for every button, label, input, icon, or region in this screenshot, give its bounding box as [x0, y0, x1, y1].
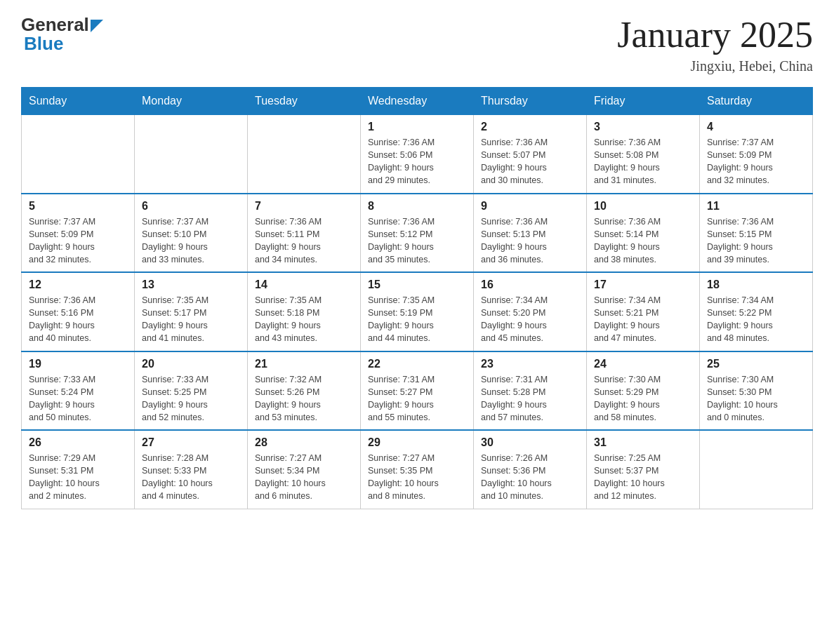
logo: General Blue [21, 14, 103, 55]
day-number: 22 [368, 358, 466, 370]
calendar-header: Sunday Monday Tuesday Wednesday Thursday… [22, 88, 813, 115]
day-info: Sunrise: 7:29 AM Sunset: 5:31 PM Dayligh… [29, 452, 127, 503]
calendar-cell: 11Sunrise: 7:36 AM Sunset: 5:15 PM Dayli… [700, 194, 813, 273]
calendar-cell: 20Sunrise: 7:33 AM Sunset: 5:25 PM Dayli… [135, 351, 248, 431]
calendar-week-3: 12Sunrise: 7:36 AM Sunset: 5:16 PM Dayli… [22, 272, 813, 351]
day-number: 3 [594, 121, 692, 133]
calendar-cell: 23Sunrise: 7:31 AM Sunset: 5:28 PM Dayli… [474, 351, 587, 431]
day-number: 30 [481, 436, 579, 449]
day-number: 28 [255, 436, 353, 449]
day-info: Sunrise: 7:36 AM Sunset: 5:06 PM Dayligh… [368, 136, 466, 187]
title-block: January 2025 Jingxiu, Hebei, China [617, 14, 813, 74]
calendar-cell: 1Sunrise: 7:36 AM Sunset: 5:06 PM Daylig… [361, 115, 474, 194]
calendar-week-4: 19Sunrise: 7:33 AM Sunset: 5:24 PM Dayli… [22, 351, 813, 431]
calendar-cell: 12Sunrise: 7:36 AM Sunset: 5:16 PM Dayli… [22, 272, 135, 351]
calendar-cell: 14Sunrise: 7:35 AM Sunset: 5:18 PM Dayli… [248, 272, 361, 351]
day-number: 12 [29, 279, 127, 291]
day-info: Sunrise: 7:34 AM Sunset: 5:22 PM Dayligh… [707, 294, 805, 345]
header-wednesday: Wednesday [361, 88, 474, 115]
day-info: Sunrise: 7:27 AM Sunset: 5:35 PM Dayligh… [368, 452, 466, 503]
calendar-cell: 4Sunrise: 7:37 AM Sunset: 5:09 PM Daylig… [700, 115, 813, 194]
day-number: 29 [368, 436, 466, 449]
calendar-cell: 27Sunrise: 7:28 AM Sunset: 5:33 PM Dayli… [135, 430, 248, 509]
logo-arrow-icon [91, 20, 103, 32]
day-number: 10 [594, 200, 692, 213]
calendar-cell: 29Sunrise: 7:27 AM Sunset: 5:35 PM Dayli… [361, 430, 474, 509]
day-info: Sunrise: 7:30 AM Sunset: 5:29 PM Dayligh… [594, 373, 692, 424]
header-thursday: Thursday [474, 88, 587, 115]
calendar-body: 1Sunrise: 7:36 AM Sunset: 5:06 PM Daylig… [22, 115, 813, 509]
calendar-cell: 17Sunrise: 7:34 AM Sunset: 5:21 PM Dayli… [587, 272, 700, 351]
day-info: Sunrise: 7:31 AM Sunset: 5:28 PM Dayligh… [481, 373, 579, 424]
calendar-cell: 19Sunrise: 7:33 AM Sunset: 5:24 PM Dayli… [22, 351, 135, 431]
day-number: 15 [368, 279, 466, 291]
calendar-cell: 8Sunrise: 7:36 AM Sunset: 5:12 PM Daylig… [361, 194, 474, 273]
day-number: 9 [481, 200, 579, 213]
calendar-cell: 5Sunrise: 7:37 AM Sunset: 5:09 PM Daylig… [22, 194, 135, 273]
day-number: 8 [368, 200, 466, 213]
day-info: Sunrise: 7:37 AM Sunset: 5:09 PM Dayligh… [29, 215, 127, 267]
calendar-subtitle: Jingxiu, Hebei, China [617, 58, 813, 74]
day-number: 21 [255, 358, 353, 370]
calendar-cell: 10Sunrise: 7:36 AM Sunset: 5:14 PM Dayli… [587, 194, 700, 273]
day-number: 16 [481, 279, 579, 291]
header-friday: Friday [587, 88, 700, 115]
page-header: General Blue January 2025 Jingxiu, Hebei… [21, 14, 813, 74]
calendar-cell [700, 430, 813, 509]
svg-marker-0 [91, 20, 103, 32]
day-number: 14 [255, 279, 353, 291]
day-info: Sunrise: 7:36 AM Sunset: 5:14 PM Dayligh… [594, 215, 692, 267]
calendar-cell: 31Sunrise: 7:25 AM Sunset: 5:37 PM Dayli… [587, 430, 700, 509]
calendar-cell [135, 115, 248, 194]
day-info: Sunrise: 7:36 AM Sunset: 5:16 PM Dayligh… [29, 294, 127, 345]
day-info: Sunrise: 7:34 AM Sunset: 5:20 PM Dayligh… [481, 294, 579, 345]
calendar-week-5: 26Sunrise: 7:29 AM Sunset: 5:31 PM Dayli… [22, 430, 813, 509]
calendar-cell: 26Sunrise: 7:29 AM Sunset: 5:31 PM Dayli… [22, 430, 135, 509]
header-monday: Monday [135, 88, 248, 115]
day-number: 18 [707, 279, 805, 291]
day-info: Sunrise: 7:37 AM Sunset: 5:10 PM Dayligh… [142, 215, 240, 267]
day-number: 13 [142, 279, 240, 291]
day-number: 20 [142, 358, 240, 370]
calendar-cell: 18Sunrise: 7:34 AM Sunset: 5:22 PM Dayli… [700, 272, 813, 351]
calendar-cell: 13Sunrise: 7:35 AM Sunset: 5:17 PM Dayli… [135, 272, 248, 351]
day-info: Sunrise: 7:35 AM Sunset: 5:18 PM Dayligh… [255, 294, 353, 345]
day-info: Sunrise: 7:35 AM Sunset: 5:17 PM Dayligh… [142, 294, 240, 345]
day-info: Sunrise: 7:36 AM Sunset: 5:12 PM Dayligh… [368, 215, 466, 267]
calendar-cell: 25Sunrise: 7:30 AM Sunset: 5:30 PM Dayli… [700, 351, 813, 431]
calendar-cell [248, 115, 361, 194]
calendar-cell: 2Sunrise: 7:36 AM Sunset: 5:07 PM Daylig… [474, 115, 587, 194]
calendar-week-2: 5Sunrise: 7:37 AM Sunset: 5:09 PM Daylig… [22, 194, 813, 273]
day-info: Sunrise: 7:25 AM Sunset: 5:37 PM Dayligh… [594, 452, 692, 503]
day-info: Sunrise: 7:33 AM Sunset: 5:24 PM Dayligh… [29, 373, 127, 424]
day-info: Sunrise: 7:36 AM Sunset: 5:07 PM Dayligh… [481, 136, 579, 187]
calendar-cell: 22Sunrise: 7:31 AM Sunset: 5:27 PM Dayli… [361, 351, 474, 431]
day-info: Sunrise: 7:34 AM Sunset: 5:21 PM Dayligh… [594, 294, 692, 345]
calendar-cell: 24Sunrise: 7:30 AM Sunset: 5:29 PM Dayli… [587, 351, 700, 431]
day-number: 1 [368, 121, 466, 133]
day-number: 4 [707, 121, 805, 133]
day-number: 24 [594, 358, 692, 370]
day-number: 23 [481, 358, 579, 370]
day-number: 2 [481, 121, 579, 133]
day-info: Sunrise: 7:35 AM Sunset: 5:19 PM Dayligh… [368, 294, 466, 345]
day-info: Sunrise: 7:36 AM Sunset: 5:08 PM Dayligh… [594, 136, 692, 187]
calendar-cell: 6Sunrise: 7:37 AM Sunset: 5:10 PM Daylig… [135, 194, 248, 273]
calendar-cell: 15Sunrise: 7:35 AM Sunset: 5:19 PM Dayli… [361, 272, 474, 351]
calendar-table: Sunday Monday Tuesday Wednesday Thursday… [21, 87, 813, 509]
day-number: 25 [707, 358, 805, 370]
day-number: 26 [29, 436, 127, 449]
calendar-cell: 9Sunrise: 7:36 AM Sunset: 5:13 PM Daylig… [474, 194, 587, 273]
day-info: Sunrise: 7:26 AM Sunset: 5:36 PM Dayligh… [481, 452, 579, 503]
day-number: 11 [707, 200, 805, 213]
day-number: 5 [29, 200, 127, 213]
calendar-cell: 30Sunrise: 7:26 AM Sunset: 5:36 PM Dayli… [474, 430, 587, 509]
day-number: 6 [142, 200, 240, 213]
calendar-cell: 21Sunrise: 7:32 AM Sunset: 5:26 PM Dayli… [248, 351, 361, 431]
day-info: Sunrise: 7:27 AM Sunset: 5:34 PM Dayligh… [255, 452, 353, 503]
calendar-cell: 28Sunrise: 7:27 AM Sunset: 5:34 PM Dayli… [248, 430, 361, 509]
calendar-cell: 16Sunrise: 7:34 AM Sunset: 5:20 PM Dayli… [474, 272, 587, 351]
day-info: Sunrise: 7:33 AM Sunset: 5:25 PM Dayligh… [142, 373, 240, 424]
calendar-cell [22, 115, 135, 194]
day-info: Sunrise: 7:36 AM Sunset: 5:15 PM Dayligh… [707, 215, 805, 267]
